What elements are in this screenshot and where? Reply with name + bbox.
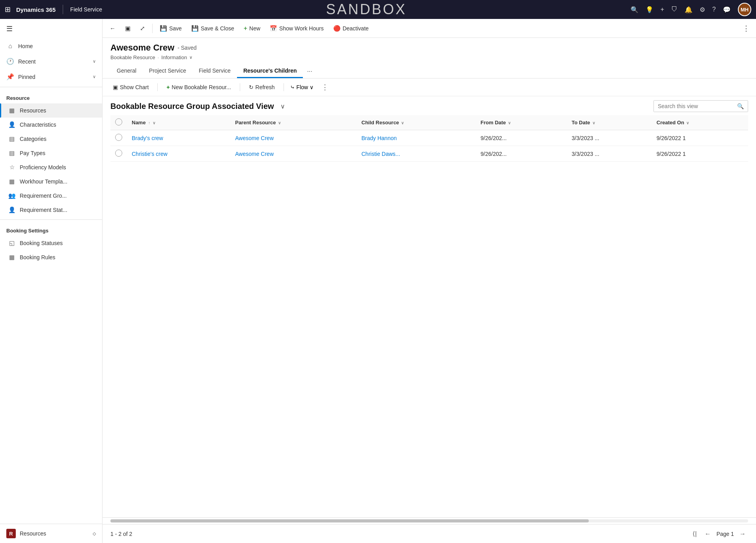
calendar-icon: 📅	[270, 25, 277, 32]
select-all-header[interactable]	[110, 115, 127, 130]
deactivate-button[interactable]: 🔴 Deactivate	[329, 22, 373, 34]
col-from-date[interactable]: From Date ∨	[476, 115, 567, 130]
deactivate-label: Deactivate	[343, 25, 369, 32]
horizontal-scrollbar[interactable]	[103, 517, 756, 524]
row2-parent-resource[interactable]: Awesome Crew	[230, 146, 357, 162]
popout-button[interactable]: ⤢	[136, 22, 149, 34]
tab-resources-children[interactable]: Resource's Children	[237, 64, 303, 78]
sidebar-item-recent[interactable]: 🕐 Recent ∨	[0, 54, 102, 69]
col-created-on[interactable]: Created On ∨	[652, 115, 748, 130]
show-chart-label: Show Chart	[120, 84, 149, 90]
row2-checkbox-cell[interactable]	[110, 146, 127, 162]
page-icon-button[interactable]: ▣	[121, 22, 134, 34]
proficiency-icon: ☆	[8, 164, 16, 171]
sidebar-item-booking-statuses[interactable]: ◱ Booking Statuses	[0, 236, 102, 250]
sidebar-item-resources[interactable]: ▦ Resources	[0, 103, 102, 118]
plus-icon[interactable]: +	[661, 6, 664, 13]
tab-more-button[interactable]: ···	[303, 65, 316, 78]
home-icon: ⌂	[6, 43, 14, 50]
sidebar-item-workhour-templates[interactable]: ▦ Workhour Templa...	[0, 174, 102, 189]
row2-checkbox[interactable]	[115, 150, 122, 157]
scrollbar-thumb[interactable]	[110, 519, 589, 522]
page-icon: ▣	[125, 25, 131, 32]
deactivate-icon: 🔴	[333, 25, 341, 32]
row1-parent-resource[interactable]: Awesome Crew	[230, 130, 357, 146]
sidebar-item-booking-rules[interactable]: ▦ Booking Rules	[0, 250, 102, 264]
row1-checkbox[interactable]	[115, 134, 122, 141]
sidebar-item-proficiency-models[interactable]: ☆ Proficiency Models	[0, 160, 102, 174]
sidebar-item-home-label: Home	[18, 43, 33, 49]
row2-name[interactable]: Christie's crew	[127, 146, 230, 162]
sidebar-item-requirement-groups[interactable]: 👥 Requirement Gro...	[0, 189, 102, 203]
first-page-button[interactable]: ⟨|	[690, 528, 699, 539]
flow-button[interactable]: ⤷ Flow ∨	[290, 84, 314, 90]
record-saved-status: - Saved	[177, 45, 196, 51]
chat-icon[interactable]: 💬	[723, 6, 731, 13]
subgrid-sep-2	[240, 83, 240, 91]
record-header: Awesome Crew - Saved Bookable Resource ·…	[103, 38, 756, 79]
subgrid-new-button[interactable]: + New Bookable Resour...	[164, 82, 233, 92]
select-all-checkbox[interactable]	[115, 118, 122, 125]
back-button[interactable]: ←	[106, 22, 119, 34]
subgrid-toolbar: ▣ Show Chart + New Bookable Resour... ↻ …	[103, 79, 756, 96]
sidebar-bottom-resources[interactable]: R Resources ◇	[0, 524, 102, 543]
col-parent-label: Parent Resource	[235, 120, 276, 125]
row1-name[interactable]: Brady's crew	[127, 130, 230, 146]
filter-icon[interactable]: ⛉	[671, 6, 678, 13]
table-header: Name ↑ ∨ Parent Resource ∨ Child Resourc…	[110, 115, 748, 130]
sidebar-item-categories[interactable]: ▤ Categories	[0, 132, 102, 146]
sidebar-item-req-status-label: Requirement Stat...	[20, 207, 67, 213]
sidebar-item-pay-types[interactable]: ▤ Pay Types	[0, 146, 102, 160]
sidebar-item-pinned[interactable]: 📌 Pinned ∨	[0, 69, 102, 84]
toolbar-more-button[interactable]: ⋮	[739, 22, 753, 35]
help-icon[interactable]: ?	[712, 6, 716, 13]
col-child-resource[interactable]: Child Resource ∨	[357, 115, 476, 130]
tab-project-service[interactable]: Project Service	[143, 64, 192, 78]
new-button[interactable]: + New	[240, 22, 264, 34]
refresh-button[interactable]: ↻ Refresh	[246, 82, 277, 92]
sidebar-bottom-chevron: ◇	[93, 531, 96, 536]
sidebar-divider-2	[0, 219, 102, 220]
save-close-button[interactable]: 💾 Save & Close	[187, 22, 238, 34]
sidebar-item-workhour-label: Workhour Templa...	[20, 178, 67, 185]
row1-checkbox-cell[interactable]	[110, 130, 127, 146]
bell-icon[interactable]: 🔔	[685, 6, 693, 13]
lightbulb-icon[interactable]: 💡	[646, 6, 653, 13]
toolbar-sep-1	[152, 24, 153, 33]
flow-chevron: ∨	[310, 84, 314, 90]
data-table-container: Name ↑ ∨ Parent Resource ∨ Child Resourc…	[103, 115, 756, 517]
save-button[interactable]: 💾 Save	[156, 22, 186, 34]
col-name[interactable]: Name ↑ ∨	[127, 115, 230, 130]
row1-child-resource[interactable]: Brady Hannon	[357, 130, 476, 146]
search-input[interactable]	[654, 101, 733, 112]
search-icon[interactable]: 🔍	[631, 6, 638, 13]
sidebar-item-home[interactable]: ⌂ Home	[0, 39, 102, 54]
sidebar-item-req-groups-label: Requirement Gro...	[20, 193, 67, 199]
show-work-hours-button[interactable]: 📅 Show Work Hours	[266, 22, 328, 34]
tab-field-service[interactable]: Field Service	[192, 64, 237, 78]
sidebar-hamburger[interactable]: ☰	[0, 19, 102, 39]
sidebar-item-requirement-statuses[interactable]: 👤 Requirement Stat...	[0, 203, 102, 217]
next-page-button[interactable]: →	[737, 529, 748, 539]
show-chart-button[interactable]: ▣ Show Chart	[110, 82, 151, 92]
categories-icon: ▤	[8, 135, 16, 142]
prev-page-button[interactable]: ←	[702, 529, 713, 539]
user-avatar[interactable]: MH	[738, 3, 751, 16]
sidebar-item-characteristics[interactable]: 👤 Characteristics	[0, 118, 102, 132]
refresh-icon: ↻	[249, 84, 254, 90]
col-parent-resource[interactable]: Parent Resource ∨	[230, 115, 357, 130]
grid-view-chevron[interactable]: ∨	[280, 103, 285, 110]
sidebar-item-recent-label: Recent	[18, 58, 35, 65]
main-layout: ☰ ⌂ Home 🕐 Recent ∨ 📌 Pinned ∨ Resource …	[0, 19, 756, 543]
record-title-row: Awesome Crew - Saved	[110, 43, 748, 53]
subgrid-more-button[interactable]: ⋮	[321, 83, 329, 92]
search-button[interactable]: 🔍	[733, 101, 748, 112]
col-to-date[interactable]: To Date ∨	[567, 115, 652, 130]
tab-general[interactable]: General	[110, 64, 143, 78]
row2-child-resource[interactable]: Christie Daws...	[357, 146, 476, 162]
gear-icon[interactable]: ⚙	[700, 6, 705, 13]
view-chevron[interactable]: ∨	[189, 55, 192, 60]
app-grid-icon[interactable]: ⊞	[5, 5, 11, 14]
flow-label: Flow	[297, 84, 308, 90]
record-meta: Bookable Resource · Information ∨	[110, 54, 748, 60]
